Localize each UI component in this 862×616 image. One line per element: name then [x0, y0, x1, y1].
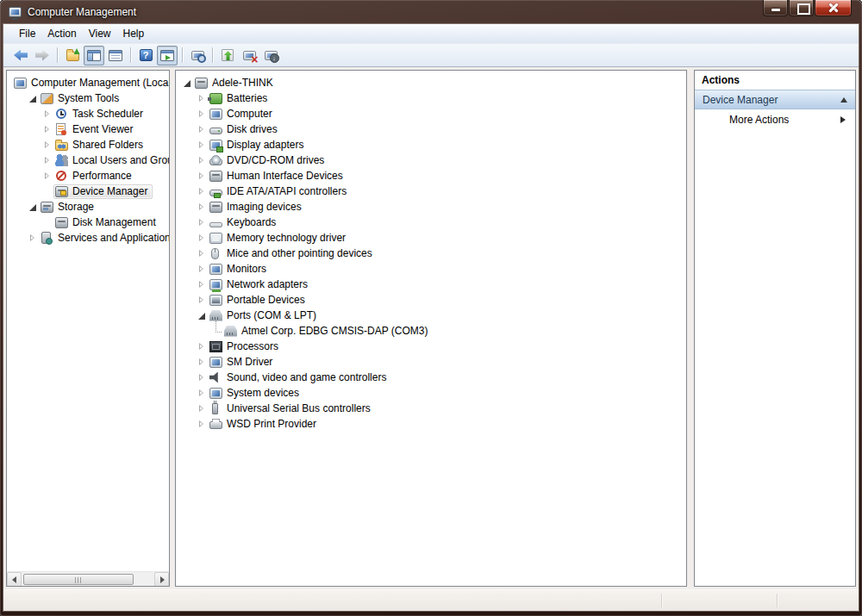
tree-item[interactable]: Memory technology driver [176, 230, 686, 246]
tree-item[interactable]: Services and Applications [7, 230, 169, 246]
tree-item[interactable]: Imaging devices [176, 199, 686, 215]
properties-button[interactable] [105, 46, 126, 65]
show-action-pane-button[interactable] [157, 46, 178, 65]
expander-icon[interactable] [41, 170, 53, 182]
collapse-arrow-icon[interactable] [840, 97, 847, 103]
tree-item-content[interactable]: Shared Folders [53, 138, 148, 152]
tree-item[interactable]: Batteries [176, 90, 686, 106]
expander-icon[interactable] [196, 232, 208, 244]
tree-item[interactable]: Processors [176, 339, 686, 354]
tree-item-content[interactable]: Monitors [208, 262, 272, 277]
expander-icon[interactable] [196, 216, 208, 228]
expander-icon[interactable] [196, 356, 208, 368]
tree-item-content[interactable]: Services and Applications [39, 231, 169, 246]
menu-file[interactable]: File [13, 25, 41, 42]
tree-item-content[interactable]: Local Users and Groups [53, 153, 169, 168]
tree-item[interactable]: Adele-THINK [176, 75, 686, 90]
tree-item-content[interactable]: Display adapters [208, 138, 309, 152]
expander-icon[interactable] [196, 309, 208, 321]
maximize-button[interactable] [789, 0, 814, 16]
expander-icon[interactable] [41, 154, 53, 166]
tree-item-content[interactable]: System Tools [39, 91, 124, 106]
expander-icon[interactable] [41, 139, 53, 151]
expander-icon[interactable] [181, 77, 193, 89]
tree-item-content[interactable]: Disk Management [53, 215, 161, 230]
tree-item-content[interactable]: System devices [208, 386, 304, 401]
expander-icon[interactable] [41, 185, 53, 197]
tree-item[interactable]: IDE ATA/ATAPI controllers [176, 184, 686, 199]
tree-item-content[interactable]: WSD Print Provider [208, 417, 322, 432]
scan-hardware-changes-button[interactable] [260, 46, 281, 65]
tree-item-content[interactable]: Device Manager [53, 184, 153, 199]
expander-icon[interactable] [196, 247, 208, 259]
tree-item-content[interactable]: Performance [53, 169, 137, 184]
tree-item-content[interactable]: Portable Devices [208, 293, 310, 308]
expander-icon[interactable] [27, 201, 39, 213]
scrollbar-thumb[interactable] [23, 574, 134, 585]
tree-item-content[interactable]: DVD/CD-ROM drives [208, 153, 329, 168]
expander-icon[interactable] [27, 92, 39, 104]
tree-item[interactable]: Monitors [176, 261, 686, 277]
expander-icon[interactable] [196, 278, 208, 290]
expander-icon[interactable] [196, 263, 208, 275]
tree-item-content[interactable]: SM Driver [208, 355, 278, 370]
expander-icon[interactable] [196, 340, 208, 352]
back-button[interactable] [10, 46, 31, 65]
forward-button[interactable] [32, 46, 53, 65]
expander-icon[interactable] [196, 108, 208, 120]
tree-item[interactable]: Network adapters [176, 277, 686, 292]
tree-item[interactable]: Ports (COM & LPT) [176, 308, 686, 323]
tree-item[interactable]: Computer Management (Local [7, 75, 169, 90]
expander-icon[interactable] [196, 294, 208, 306]
tree-item[interactable]: Portable Devices [176, 292, 686, 308]
menu-help[interactable]: Help [117, 25, 151, 42]
tree-item[interactable]: WSD Print Provider [176, 416, 686, 432]
tree-item-content[interactable]: Atmel Corp. EDBG CMSIS-DAP (COM3) [222, 324, 433, 339]
tree-item[interactable]: Human Interface Devices [176, 168, 686, 184]
tree-item-content[interactable]: Human Interface Devices [208, 169, 348, 184]
more-actions-item[interactable]: More Actions [695, 109, 855, 130]
tree-item-content[interactable]: IDE ATA/ATAPI controllers [208, 184, 352, 199]
tree-item-content[interactable]: Sound, video and game controllers [208, 370, 391, 385]
expander-icon[interactable] [196, 402, 208, 414]
horizontal-scrollbar[interactable] [7, 571, 169, 586]
tree-item-content[interactable]: Network adapters [208, 277, 313, 292]
expander-icon[interactable] [196, 139, 208, 151]
tree-item[interactable]: Sound, video and game controllers [176, 370, 686, 385]
tree-item[interactable]: SM Driver [176, 354, 686, 370]
tree-item-content[interactable]: Event Viewer [53, 122, 138, 137]
scroll-right-button[interactable] [154, 572, 169, 587]
export-list-button[interactable] [62, 46, 83, 65]
tree-item[interactable]: Display adapters [176, 137, 686, 152]
expander-icon[interactable] [196, 371, 208, 383]
tree-item-content[interactable]: Processors [208, 339, 284, 354]
tree-item[interactable]: Disk drives [176, 121, 686, 137]
tree-item[interactable]: Disk Management [7, 215, 169, 230]
tree-item[interactable]: Universal Serial Bus controllers [176, 401, 686, 416]
tree-item[interactable]: Keyboards [176, 215, 686, 230]
expander-icon[interactable] [196, 418, 208, 430]
expander-icon[interactable] [210, 325, 222, 337]
tree-item[interactable]: Performance [7, 168, 169, 184]
expander-icon[interactable] [41, 123, 53, 135]
expander-icon[interactable] [27, 232, 39, 244]
tree-item[interactable]: System Tools [7, 90, 169, 106]
computer-search-button[interactable] [187, 46, 208, 65]
tree-item-content[interactable]: Mice and other pointing devices [208, 246, 378, 261]
tree-item[interactable]: Local Users and Groups [7, 152, 169, 168]
tree-item[interactable]: Event Viewer [7, 121, 169, 137]
tree-item-content[interactable]: Keyboards [208, 215, 281, 230]
actions-group-device-manager[interactable]: Device Manager [695, 90, 855, 109]
expander-icon[interactable] [41, 216, 53, 228]
tree-item-content[interactable]: Ports (COM & LPT) [208, 308, 322, 323]
tree-item[interactable]: Storage [7, 199, 169, 215]
close-button[interactable] [815, 0, 852, 16]
expander-icon[interactable] [196, 170, 208, 182]
expander-icon[interactable] [196, 387, 208, 399]
tree-item-content[interactable]: Imaging devices [208, 200, 307, 215]
tree-item[interactable]: DVD/CD-ROM drives [176, 152, 686, 168]
expander-icon[interactable] [196, 154, 208, 166]
tree-item-content[interactable]: Adele-THINK [193, 76, 278, 90]
expander-icon[interactable] [196, 185, 208, 197]
tree-item-content[interactable]: Memory technology driver [208, 231, 351, 246]
